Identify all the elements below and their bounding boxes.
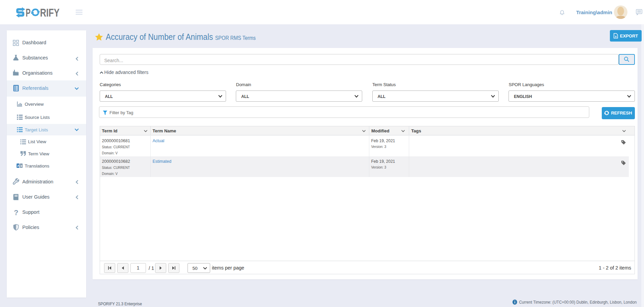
svg-text:P: P (26, 7, 31, 18)
svg-text:x: x (615, 35, 617, 38)
svg-text:A: A (17, 164, 20, 168)
svg-text:★: ★ (20, 164, 23, 168)
svg-text:RIFY: RIFY (40, 7, 59, 18)
